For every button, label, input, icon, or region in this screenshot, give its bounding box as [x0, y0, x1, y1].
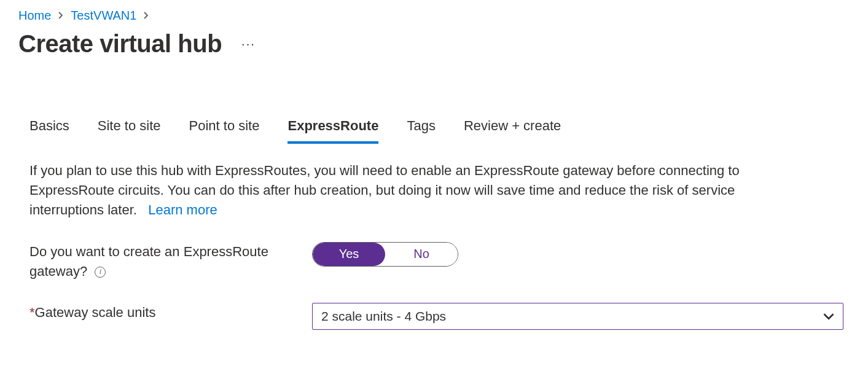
- tab-tags[interactable]: Tags: [407, 113, 435, 144]
- create-gateway-toggle: Yes No: [312, 242, 458, 267]
- tab-basics[interactable]: Basics: [29, 113, 69, 144]
- chevron-right-icon: [143, 9, 150, 22]
- create-gateway-label-text: Do you want to create an ExpressRoute ga…: [29, 244, 268, 279]
- form-row-create-gateway: Do you want to create an ExpressRoute ga…: [18, 242, 850, 281]
- tab-description: If you plan to use this hub with Express…: [18, 161, 786, 220]
- info-icon[interactable]: i: [95, 267, 106, 278]
- tab-point-to-site[interactable]: Point to site: [189, 113, 260, 144]
- tabs: Basics Site to site Point to site Expres…: [18, 113, 850, 144]
- learn-more-link[interactable]: Learn more: [148, 202, 217, 217]
- tab-review-create[interactable]: Review + create: [464, 113, 561, 144]
- form-row-scale-units: *Gateway scale units 2 scale units - 4 G…: [18, 303, 850, 330]
- scale-units-label-text: Gateway scale units: [35, 305, 156, 320]
- description-text: If you plan to use this hub with Express…: [29, 163, 740, 217]
- breadcrumb-home[interactable]: Home: [18, 9, 51, 23]
- create-gateway-label: Do you want to create an ExpressRoute ga…: [29, 242, 312, 281]
- chevron-right-icon: [57, 9, 65, 22]
- toggle-no[interactable]: No: [385, 243, 458, 266]
- tab-site-to-site[interactable]: Site to site: [98, 113, 161, 144]
- toggle-yes[interactable]: Yes: [313, 243, 385, 266]
- breadcrumb: Home TestVWAN1: [18, 9, 850, 23]
- scale-units-select[interactable]: 2 scale units - 4 Gbps: [312, 303, 843, 330]
- more-actions-button[interactable]: ···: [237, 34, 260, 53]
- tab-expressroute[interactable]: ExpressRoute: [287, 113, 378, 144]
- chevron-down-icon: [823, 311, 834, 322]
- required-marker: *: [29, 305, 35, 320]
- scale-units-label: *Gateway scale units: [29, 303, 312, 322]
- page-title: Create virtual hub: [18, 30, 222, 58]
- page-title-row: Create virtual hub ···: [18, 30, 850, 58]
- scale-units-value: 2 scale units - 4 Gbps: [321, 309, 446, 324]
- breadcrumb-testvwan1[interactable]: TestVWAN1: [71, 9, 136, 23]
